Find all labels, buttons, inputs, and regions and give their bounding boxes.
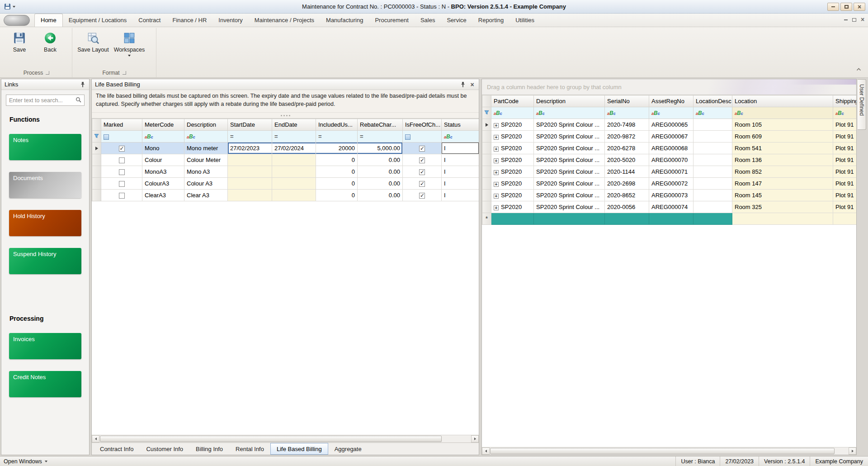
billing-row-cleara3[interactable]: ClearA3 Clear A3 0 0.00 I	[92, 190, 479, 201]
close-button[interactable]	[854, 3, 865, 11]
documents-button[interactable]: Documents	[9, 172, 81, 198]
expand-row-icon[interactable]	[494, 158, 499, 163]
filter-serialno[interactable]	[605, 107, 649, 119]
format-dialog-launcher-icon[interactable]	[123, 71, 126, 75]
group-by-bar[interactable]: Drag a column header here to group by th…	[482, 79, 856, 95]
cell-description[interactable]: SP2020 Sprint Colour ...	[534, 131, 605, 143]
scrollbar-track[interactable]	[99, 435, 471, 442]
col-rebatecharge[interactable]: RebateChar...	[358, 119, 403, 131]
billing-row-mono[interactable]: Mono Mono meter 27/02/2023 27/02/2024 20…	[92, 143, 479, 154]
maximize-button[interactable]	[840, 3, 852, 11]
cell-description[interactable]	[534, 213, 605, 225]
cell-marked[interactable]	[101, 143, 142, 154]
cell-shipping[interactable]: Plot 91	[833, 119, 857, 131]
col-enddate[interactable]: EndDate	[272, 119, 316, 131]
cell-location[interactable]: Room 609	[732, 131, 833, 143]
cell-serialno[interactable]: 2020-7498	[605, 119, 649, 131]
cell-partcode[interactable]: SP2020	[491, 154, 534, 166]
col-description[interactable]: Description	[184, 119, 228, 131]
cell-description[interactable]: SP2020 Sprint Colour ...	[534, 119, 605, 131]
filter-shipping[interactable]	[833, 107, 857, 119]
cell-assetregno[interactable]: AREG000072	[649, 178, 693, 190]
ribbon-tab-manufacturing[interactable]: Manufacturing	[320, 14, 369, 27]
col-location[interactable]: Location	[732, 95, 833, 107]
cell-description[interactable]: Mono meter	[184, 143, 228, 154]
expand-row-icon[interactable]	[494, 135, 499, 140]
quick-save-icon[interactable]	[5, 4, 10, 10]
cell-metercode[interactable]: Mono	[142, 143, 184, 154]
cell-assetregno[interactable]: AREG000067	[649, 131, 693, 143]
row-indicator-cell[interactable]	[482, 154, 491, 166]
isfree-checkbox[interactable]	[419, 169, 425, 175]
cell-status[interactable]: I	[442, 166, 479, 178]
cell-assetregno[interactable]: AREG000071	[649, 166, 693, 178]
cell-serialno[interactable]: 2020-9872	[605, 131, 649, 143]
cell-description[interactable]: SP2020 Sprint Colour ...	[534, 154, 605, 166]
col-locationdesc[interactable]: LocationDesc	[693, 95, 732, 107]
cell-shipping[interactable]: Plot 91	[833, 166, 857, 178]
filter-isfreeofcharge[interactable]	[403, 131, 442, 143]
ribbon-tab-contract[interactable]: Contract	[132, 14, 166, 27]
isfree-checkbox[interactable]	[419, 181, 425, 187]
asset-row[interactable]: SP2020 SP2020 Sprint Colour ... 2020-749…	[482, 119, 857, 131]
cell-locationdesc[interactable]	[693, 190, 732, 201]
scroll-right-button[interactable]	[471, 435, 479, 442]
cell-isfreeofcharge[interactable]	[403, 166, 442, 178]
col-status[interactable]: Status	[442, 119, 479, 131]
cell-assetregno[interactable]	[649, 213, 693, 225]
filter-includedusage[interactable]	[316, 131, 358, 143]
expand-row-icon[interactable]	[494, 147, 499, 152]
cell-marked[interactable]	[101, 190, 142, 201]
cell-isfreeofcharge[interactable]	[403, 190, 442, 201]
row-indicator-cell[interactable]	[92, 166, 101, 178]
cell-locationdesc[interactable]	[693, 178, 732, 190]
pin-icon[interactable]	[79, 81, 86, 88]
marked-checkbox[interactable]	[119, 157, 125, 163]
scroll-right-button[interactable]	[849, 447, 856, 455]
cell-partcode[interactable]: SP2020	[491, 178, 534, 190]
cell-location[interactable]: Room 105	[732, 119, 833, 131]
ribbon-tab-inventory[interactable]: Inventory	[212, 14, 248, 27]
asset-row[interactable]: SP2020 SP2020 Sprint Colour ... 2020-502…	[482, 154, 857, 166]
invoices-button[interactable]: Invoices	[9, 333, 81, 359]
cell-partcode[interactable]: SP2020	[491, 166, 534, 178]
isfree-checkbox[interactable]	[419, 157, 425, 163]
cell-partcode[interactable]: SP2020	[491, 190, 534, 201]
credit-notes-button[interactable]: Credit Notes	[9, 371, 81, 397]
ribbon-tab-service[interactable]: Service	[441, 14, 472, 27]
cell-serialno[interactable]: 2020-1144	[605, 166, 649, 178]
cell-location[interactable]	[732, 213, 833, 225]
cell-rebatecharge[interactable]: 0.00	[358, 154, 403, 166]
cell-includedusage[interactable]: 0	[316, 166, 358, 178]
cell-shipping[interactable]: Plot 91	[833, 143, 857, 154]
cell-description[interactable]: Colour A3	[184, 178, 228, 190]
expand-row-icon[interactable]	[494, 123, 499, 128]
filter-description[interactable]	[534, 107, 605, 119]
cell-description[interactable]: Colour Meter	[184, 154, 228, 166]
close-panel-icon[interactable]	[469, 81, 476, 88]
filter-startdate[interactable]	[228, 131, 272, 143]
tab-life-based-billing[interactable]: Life Based Billing	[270, 443, 328, 455]
back-button[interactable]: Back	[35, 31, 65, 53]
cell-rebatecharge[interactable]: 0.00	[358, 178, 403, 190]
cell-shipping[interactable]: Plot 91	[833, 201, 857, 213]
save-button[interactable]: Save	[5, 31, 34, 53]
cell-status[interactable]: I	[442, 154, 479, 166]
workspaces-button[interactable]: Workspaces	[111, 31, 147, 57]
filter-partcode[interactable]	[491, 107, 534, 119]
cell-rebatecharge-editor[interactable]: 5,000.00	[358, 143, 403, 154]
cell-startdate[interactable]	[228, 178, 272, 190]
row-indicator-cell[interactable]	[92, 178, 101, 190]
cell-locationdesc[interactable]	[693, 119, 732, 131]
ribbon-tab-sales[interactable]: Sales	[415, 14, 441, 27]
cell-includedusage[interactable]: 0	[316, 178, 358, 190]
tab-billing-info[interactable]: Billing Info	[189, 443, 229, 455]
cell-shipping[interactable]: Plot 91	[833, 131, 857, 143]
cell-includedusage[interactable]: 0	[316, 190, 358, 201]
asset-row[interactable]: SP2020 SP2020 Sprint Colour ... 2020-269…	[482, 178, 857, 190]
ribbon-tab-utilities[interactable]: Utilities	[509, 14, 540, 27]
minimize-button[interactable]	[827, 3, 839, 11]
col-startdate[interactable]: StartDate	[228, 119, 272, 131]
suspend-history-button[interactable]: Suspend History	[9, 248, 81, 274]
row-indicator-cell[interactable]	[482, 143, 491, 154]
